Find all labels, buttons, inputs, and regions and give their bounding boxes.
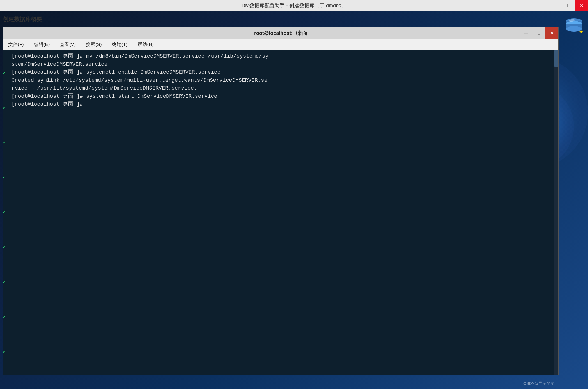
terminal-line-2: stem/DmServiceDMSERVER.service: [12, 60, 549, 68]
check-6: ✔: [3, 245, 7, 249]
svg-text:✦: ✦: [579, 29, 584, 35]
menu-view[interactable]: 查看(V): [58, 40, 78, 49]
outer-titlebar-controls: — □ ✕: [549, 0, 588, 11]
terminal-maximize-button[interactable]: □: [532, 27, 545, 39]
terminal-line-3: [root@localhost 桌面 ]# systemctl enable D…: [12, 68, 549, 76]
terminal-line-4: Created symlink /etc/systemd/system/mult…: [12, 76, 549, 84]
terminal-close-button[interactable]: ✕: [545, 27, 558, 39]
terminal-content[interactable]: ✔ ✔ ✔ ✔ ✔ ✔ ✔ ✔ ✔ [root@localhost 桌面 ]# …: [3, 50, 558, 375]
terminal-scrollbar-thumb[interactable]: [554, 50, 558, 67]
page-subtitle: 创建数据库概要: [3, 15, 42, 23]
terminal-line-5: rvice → /usr/lib/systemd/system/DmServic…: [12, 84, 549, 92]
menu-terminal[interactable]: 终端(T): [110, 40, 130, 49]
terminal-minimize-button[interactable]: —: [520, 27, 532, 39]
left-checks: ✔ ✔ ✔ ✔ ✔ ✔ ✔ ✔ ✔: [3, 50, 7, 375]
terminal-titlebar-controls: — □ ✕: [520, 27, 558, 39]
outer-maximize-button[interactable]: □: [562, 0, 575, 11]
check-3: ✔: [3, 141, 7, 145]
menu-help[interactable]: 帮助(H): [135, 40, 156, 49]
terminal-title: root@localhost:~/桌面: [254, 30, 307, 36]
menu-search[interactable]: 搜索(S): [84, 40, 104, 49]
check-7: ✔: [3, 280, 7, 284]
terminal-menu-bar: 文件(F) 编辑(E) 查看(V) 搜索(S) 终端(T) 帮助(H): [3, 39, 558, 50]
outer-titlebar-title: DM数据库配置助手 - 创建数据库（于 dmdba）: [242, 2, 346, 9]
check-8: ✔: [3, 315, 7, 319]
check-5: ✔: [3, 210, 7, 214]
terminal-line-7: [root@localhost 桌面 ]#: [12, 100, 549, 108]
watermark: CSDN@异子吴实: [523, 381, 554, 386]
menu-edit[interactable]: 编辑(E): [32, 40, 52, 49]
terminal-window: root@localhost:~/桌面 — □ ✕ 文件(F) 编辑(E) 查看…: [3, 27, 559, 375]
terminal-scrollbar[interactable]: [554, 50, 558, 375]
check-9: ✔: [3, 350, 7, 354]
terminal-line-1: [root@localhost 桌面 ]# mv /dm8/bin/DmServ…: [12, 52, 549, 60]
terminal-line-6: [root@localhost 桌面 ]# systemctl start Dm…: [12, 92, 549, 100]
outer-close-button[interactable]: ✕: [575, 0, 588, 11]
terminal-titlebar: root@localhost:~/桌面 — □ ✕: [3, 27, 558, 39]
outer-titlebar: DM数据库配置助手 - 创建数据库（于 dmdba） — □ ✕: [0, 0, 588, 11]
menu-file[interactable]: 文件(F): [6, 40, 26, 49]
check-1: ✔: [3, 71, 7, 75]
check-2: ✔: [3, 106, 7, 110]
check-4: ✔: [3, 175, 7, 179]
outer-minimize-button[interactable]: —: [549, 0, 562, 11]
app-icon-area: ✦: [560, 11, 588, 39]
database-icon: ✦: [564, 15, 584, 35]
